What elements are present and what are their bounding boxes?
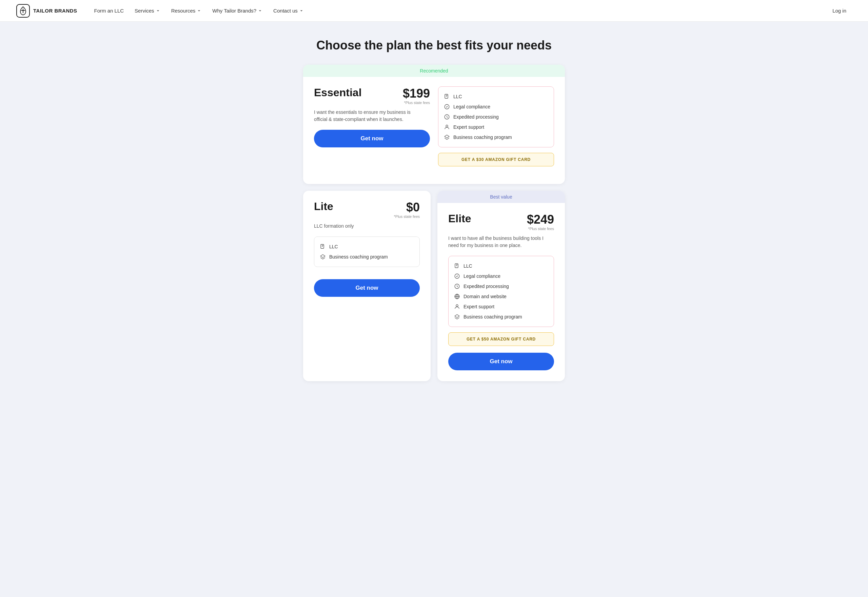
lite-plan-card: Lite $0 *Plus state fees LLC formation o… — [303, 191, 430, 381]
elite-price-block: $249 *Plus state fees — [527, 212, 554, 231]
essential-get-now-button[interactable]: Get now — [314, 130, 430, 147]
essential-features-box: LLC Legal compliance Expedited processin… — [438, 86, 554, 147]
essential-name: Essential — [314, 86, 362, 99]
bottom-plans-section: Lite $0 *Plus state fees LLC formation o… — [303, 191, 565, 381]
essential-plan-section: Recomended Essential $199 *Plus state fe… — [303, 65, 565, 184]
essential-price-note: *Plus state fees — [403, 101, 430, 105]
feature-legal-compliance: Legal compliance — [444, 102, 548, 112]
elite-price: $249 — [527, 212, 554, 226]
essential-price-block: $199 *Plus state fees — [403, 86, 430, 105]
elite-feature-coaching: Business coaching program — [454, 312, 548, 322]
nav-services[interactable]: Services — [130, 5, 165, 16]
nav-why-tailor[interactable]: Why Tailor Brands? — [207, 5, 267, 16]
navbar: TAILOR BRANDS Form an LLC Services Resou… — [0, 0, 868, 22]
elite-feature-domain: Domain and website — [454, 291, 548, 301]
elite-features-box: LLC Legal compliance Expedited processin… — [448, 256, 554, 327]
feature-llc: LLC — [444, 92, 548, 102]
nav-form-llc[interactable]: Form an LLC — [89, 5, 129, 16]
elite-description: I want to have all the business building… — [448, 235, 550, 249]
feature-business-coaching: Business coaching program — [444, 132, 548, 142]
svg-point-4 — [446, 125, 448, 127]
lite-features-box: LLC Business coaching program — [314, 236, 420, 267]
lite-feature-llc: LLC — [320, 242, 414, 252]
svg-point-10 — [456, 304, 458, 307]
elite-plan-card: Best value Elite $249 *Plus state fees I… — [438, 191, 565, 381]
lite-description: LLC formation only — [314, 223, 416, 230]
nav-resources[interactable]: Resources — [167, 5, 207, 16]
elite-header: Elite $249 *Plus state fees — [448, 212, 554, 231]
page-title: Choose the plan the best fits your needs — [303, 38, 565, 52]
feature-expedited-processing: Expedited processing — [444, 112, 548, 122]
elite-get-now-button[interactable]: Get now — [448, 353, 554, 370]
elite-feature-expedited: Expedited processing — [454, 281, 548, 291]
essential-header: Essential $199 *Plus state fees — [314, 86, 430, 105]
essential-gift-card-button[interactable]: GET A $30 AMAZON GIFT CARD — [438, 153, 554, 166]
essential-badge: Recomended — [303, 65, 565, 77]
lite-price-note: *Plus state fees — [394, 214, 420, 218]
elite-feature-legal: Legal compliance — [454, 271, 548, 281]
nav-contact-us[interactable]: Contact us — [268, 5, 308, 16]
brand-name: TAILOR BRANDS — [33, 8, 77, 13]
feature-expert-support: Expert support — [444, 122, 548, 132]
elite-feature-llc: LLC — [454, 261, 548, 271]
nav-links: Form an LLC Services Resources Why Tailo… — [89, 5, 827, 16]
elite-price-note: *Plus state fees — [527, 227, 554, 231]
essential-card-inner: Essential $199 *Plus state fees I want t… — [303, 77, 565, 184]
lite-card-inner: Lite $0 *Plus state fees LLC formation o… — [303, 191, 430, 307]
main-content: Choose the plan the best fits your needs… — [295, 22, 573, 401]
essential-plan-card: Recomended Essential $199 *Plus state fe… — [303, 65, 565, 184]
elite-feature-support: Expert support — [454, 301, 548, 312]
essential-price: $199 — [403, 86, 430, 100]
lite-price: $0 — [406, 200, 420, 214]
elite-badge: Best value — [438, 191, 565, 203]
essential-description: I want the essentials to ensure my busin… — [314, 109, 416, 123]
lite-price-block: $0 *Plus state fees — [394, 200, 420, 218]
lite-get-now-button[interactable]: Get now — [314, 279, 420, 297]
lite-name: Lite — [314, 200, 333, 213]
elite-gift-card-button[interactable]: GET A $50 AMAZON GIFT CARD — [448, 333, 554, 346]
lite-feature-coaching: Business coaching program — [320, 252, 414, 262]
login-button[interactable]: Log in — [827, 5, 852, 16]
lite-header: Lite $0 *Plus state fees — [314, 200, 420, 218]
brand-logo[interactable]: TAILOR BRANDS — [16, 4, 77, 18]
elite-card-inner: Elite $249 *Plus state fees I want to ha… — [438, 203, 565, 381]
elite-name: Elite — [448, 212, 471, 225]
essential-features-side: LLC Legal compliance Expedited processin… — [438, 86, 554, 173]
